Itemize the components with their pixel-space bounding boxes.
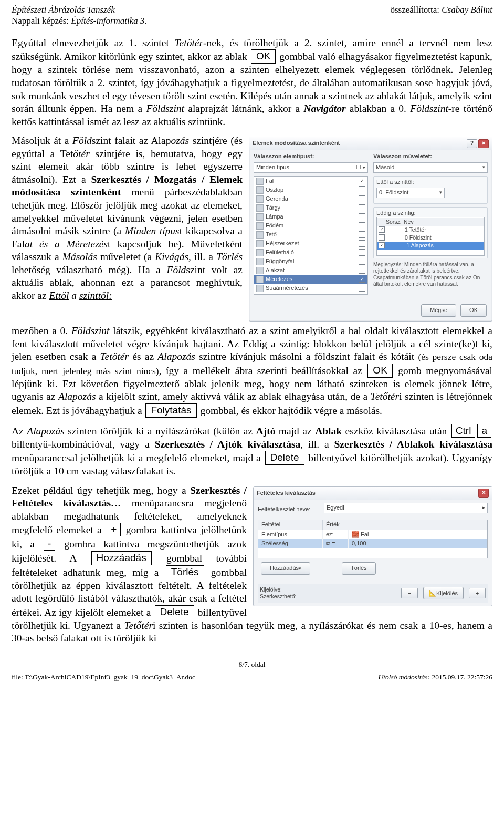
course-name: Építés-informatika 3. [71,16,146,26]
file-path: file: T:\Gyak-ArchiCAD19\EpInf3_gyak_19_… [12,672,195,681]
help-icon[interactable]: ? [467,139,477,148]
shell-icon [256,240,264,247]
paragraph-3: mezőben a 0. Földszint látszik, egyébkén… [12,325,492,418]
dialog-2-titlebar: Feltételes kiválasztás ✕ [254,487,492,500]
roof-icon [256,231,264,239]
action-combo[interactable]: Másold▾ [373,162,488,173]
delete-key: Delete [265,451,304,465]
a-key: a [477,424,491,438]
dialog-1-title: Elemek módosítása szintenként [253,140,340,147]
plus-key: + [107,523,121,536]
header-divider [12,29,492,29]
object-icon [256,204,264,212]
ok-key: OK [251,49,276,64]
close-icon[interactable]: ✕ [478,139,489,148]
level-list[interactable]: Sorsz.Név ✓1 Tetőtér 0 Földszint ✓-1 Ala… [376,217,485,256]
add-key: Hozzáadás [91,551,152,565]
to-level-label: Eddig a szintig: [376,210,485,217]
shape-icon [256,267,264,274]
modified-date: 2015.09.17. 22:57:26 [432,673,492,681]
plus-button[interactable]: + [469,588,486,598]
page-number: 6/7. oldal [12,660,492,669]
paragraph-1: Egyúttal elnevezhetjük az 1. szintet Tet… [12,37,492,128]
delete-key-2: Delete [155,605,194,619]
editable-label: Szerkeszthető: [260,593,296,600]
delete-criteria-button[interactable]: Törlés [342,562,376,575]
page-footer: 6/7. oldal file: T:\Gyak-ArchiCAD19\EpIn… [12,660,492,681]
dialog-1-note: Megjegyzés: Minden fóliára hatással van,… [373,262,488,288]
criteria-table[interactable]: FeltételÉrték Elemtípusez:🧱 Fal Szélessé… [258,520,488,559]
page-header: Építészeti Ábrázolás Tanszék Nappali kép… [12,4,492,27]
select-button[interactable]: 📐 Kijelölés [423,587,464,599]
delete-criteria-key: Törlés [166,565,204,579]
minus-key: - [44,537,55,551]
continue-key: Folytatás [145,403,196,418]
ctrl-key: Ctrl [452,424,476,438]
column-icon [256,186,264,194]
course-prefix: Nappali képzés: [12,16,71,26]
lamp-icon [256,213,264,221]
dialog-2-title: Feltételes kiválasztás [257,490,316,497]
curtainwall-icon [256,258,264,265]
close-icon-2[interactable]: ✕ [478,489,489,498]
ok-button[interactable]: OK [460,304,487,317]
add-criteria-button[interactable]: Hozzáadás ▾ [261,562,310,575]
author-name: Csabay Bálint [442,5,492,15]
beam-icon [256,195,264,203]
set-name-combo[interactable]: Egyedi▸ [324,503,488,513]
dimension-icon [256,276,264,283]
ok-key-2: OK [368,364,392,378]
from-level-combo[interactable]: 0. Földszint▾ [376,188,445,198]
cancel-button[interactable]: Mégse [421,304,456,317]
set-name-label: Feltételkészlet neve: [258,506,321,513]
radial-icon [256,285,264,292]
from-level-label: Ettől a szinttől: [376,179,485,186]
select-type-label: Válasszon elemtípust: [254,153,368,160]
wall-icon [256,178,264,185]
type-combo[interactable]: Minden típus ☐ ▾ [254,162,368,173]
dept-name: Építészeti Ábrázolás Tanszék [12,5,115,15]
dialog-2: Feltételes kiválasztás ✕ Feltételkészlet… [253,486,492,606]
minus-button[interactable]: − [401,588,418,598]
selected-label: Kijelölve: [260,586,296,593]
dialog-1-titlebar: Elemek módosítása szintenként ? ✕ [249,137,492,150]
slab-icon [256,222,264,230]
dialog-1: Elemek módosítása szintenként ? ✕ Válass… [249,137,492,322]
modified-label: Utolsó módosítás: [378,673,432,681]
author-prefix: összeállította: [390,5,442,15]
type-list[interactable]: Fal✓ Oszlop Gerenda Tárgy Lámpa Födém Te… [254,176,368,295]
paragraph-4: Az Alapozás szinten töröljük ki a nyílás… [12,424,492,478]
select-action-label: Válasszon műveletet: [373,153,488,160]
mesh-icon [256,249,264,256]
